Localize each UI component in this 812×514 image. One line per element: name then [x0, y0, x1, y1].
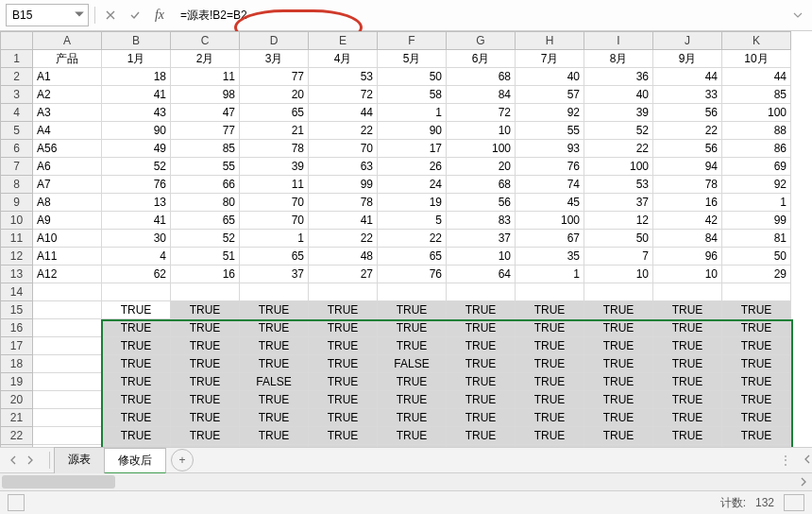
- cell[interactable]: 83: [447, 212, 516, 230]
- cell[interactable]: 84: [653, 230, 722, 248]
- cell[interactable]: [33, 283, 102, 301]
- cell[interactable]: TRUE: [171, 427, 240, 445]
- cell[interactable]: 44: [309, 104, 378, 122]
- cell[interactable]: 20: [447, 158, 516, 176]
- cell[interactable]: A3: [33, 104, 102, 122]
- cell[interactable]: 41: [102, 86, 171, 104]
- cell[interactable]: [171, 283, 240, 301]
- cell[interactable]: A1: [33, 68, 102, 86]
- cell[interactable]: 26: [378, 158, 447, 176]
- cell[interactable]: 76: [102, 176, 171, 194]
- cell[interactable]: TRUE: [171, 409, 240, 427]
- cell[interactable]: 8月: [584, 50, 653, 68]
- cell[interactable]: 44: [722, 68, 791, 86]
- cell[interactable]: [378, 283, 447, 301]
- cell[interactable]: 27: [309, 266, 378, 283]
- cell[interactable]: [33, 319, 102, 337]
- cell[interactable]: 65: [171, 212, 240, 230]
- hscroll-left-button[interactable]: [803, 454, 812, 467]
- tab-overflow-icon[interactable]: ⋮: [780, 454, 791, 467]
- name-box-dropdown-icon[interactable]: [74, 8, 85, 21]
- cell[interactable]: 29: [722, 266, 791, 283]
- cell[interactable]: 44: [653, 68, 722, 86]
- cell[interactable]: 49: [102, 140, 171, 158]
- cell[interactable]: 51: [171, 248, 240, 266]
- cell[interactable]: A56: [33, 140, 102, 158]
- cell[interactable]: 4: [102, 248, 171, 266]
- cell[interactable]: TRUE: [447, 319, 516, 337]
- cell[interactable]: [102, 283, 171, 301]
- cell[interactable]: 55: [516, 122, 584, 140]
- cell[interactable]: 16: [171, 266, 240, 283]
- cell[interactable]: TRUE: [240, 427, 309, 445]
- cell[interactable]: 37: [240, 266, 309, 283]
- cell[interactable]: 39: [240, 158, 309, 176]
- cell[interactable]: 68: [447, 176, 516, 194]
- cell[interactable]: TRUE: [102, 391, 171, 409]
- cell[interactable]: TRUE: [378, 373, 447, 391]
- status-mode-icon[interactable]: [8, 494, 25, 511]
- row-header[interactable]: 3: [1, 86, 33, 104]
- sheet-tab[interactable]: 源表: [54, 447, 105, 473]
- cell[interactable]: TRUE: [171, 355, 240, 373]
- cell[interactable]: 84: [447, 86, 516, 104]
- cell[interactable]: 22: [584, 140, 653, 158]
- cell[interactable]: TRUE: [584, 319, 653, 337]
- cell[interactable]: TRUE: [516, 319, 584, 337]
- cell[interactable]: TRUE: [171, 319, 240, 337]
- cell[interactable]: 99: [722, 212, 791, 230]
- cell[interactable]: 1: [722, 194, 791, 212]
- cell[interactable]: 70: [240, 212, 309, 230]
- cell[interactable]: 11: [171, 68, 240, 86]
- cell[interactable]: TRUE: [722, 427, 791, 445]
- row-header[interactable]: 2: [1, 68, 33, 86]
- cell[interactable]: 36: [584, 68, 653, 86]
- row-header[interactable]: 19: [1, 373, 33, 391]
- cell[interactable]: TRUE: [102, 319, 171, 337]
- cell[interactable]: TRUE: [309, 427, 378, 445]
- cell[interactable]: 21: [240, 122, 309, 140]
- cell[interactable]: 1: [378, 104, 447, 122]
- cell[interactable]: 10: [447, 122, 516, 140]
- cell[interactable]: [33, 337, 102, 355]
- cell[interactable]: 17: [378, 140, 447, 158]
- cell[interactable]: TRUE: [516, 373, 584, 391]
- scroll-track[interactable]: [0, 473, 795, 490]
- cell[interactable]: 20: [240, 86, 309, 104]
- col-header[interactable]: C: [171, 32, 240, 50]
- cell[interactable]: [516, 283, 584, 301]
- cell[interactable]: TRUE: [584, 373, 653, 391]
- row-header[interactable]: 1: [1, 50, 33, 68]
- cell[interactable]: 10: [653, 266, 722, 283]
- cell[interactable]: 5月: [378, 50, 447, 68]
- cell[interactable]: 10: [584, 266, 653, 283]
- row-header[interactable]: 22: [1, 427, 33, 445]
- scroll-thumb[interactable]: [2, 475, 115, 488]
- cell[interactable]: [33, 355, 102, 373]
- cell[interactable]: 76: [378, 266, 447, 283]
- cell[interactable]: TRUE: [722, 373, 791, 391]
- cell[interactable]: 80: [171, 194, 240, 212]
- col-header[interactable]: E: [309, 32, 378, 50]
- cell[interactable]: 12: [584, 212, 653, 230]
- cell[interactable]: 92: [722, 176, 791, 194]
- cell[interactable]: TRUE: [584, 301, 653, 319]
- new-sheet-button[interactable]: +: [171, 449, 194, 471]
- cell[interactable]: TRUE: [240, 301, 309, 319]
- row-header[interactable]: 15: [1, 301, 33, 319]
- cell[interactable]: TRUE: [447, 355, 516, 373]
- col-header[interactable]: B: [102, 32, 171, 50]
- cell[interactable]: TRUE: [102, 427, 171, 445]
- row-header[interactable]: 4: [1, 104, 33, 122]
- cell[interactable]: TRUE: [653, 409, 722, 427]
- cancel-formula-button[interactable]: [101, 6, 120, 25]
- cell[interactable]: 5: [378, 212, 447, 230]
- cell[interactable]: 74: [516, 176, 584, 194]
- col-header[interactable]: F: [378, 32, 447, 50]
- cell[interactable]: 22: [309, 122, 378, 140]
- row-header[interactable]: 17: [1, 337, 33, 355]
- cell[interactable]: TRUE: [653, 301, 722, 319]
- cell[interactable]: 90: [102, 122, 171, 140]
- cell[interactable]: 2月: [171, 50, 240, 68]
- cell[interactable]: A4: [33, 122, 102, 140]
